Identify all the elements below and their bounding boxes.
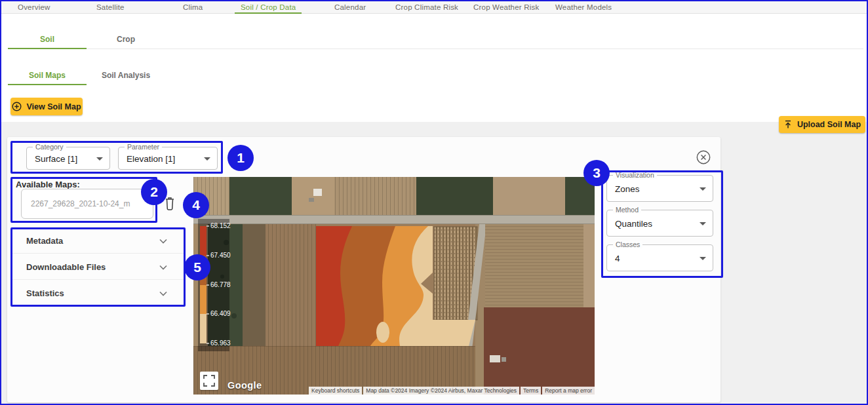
- annotation-circle-3: 3: [583, 160, 610, 186]
- nav-tab-overview[interactable]: Overview: [18, 3, 50, 11]
- nav-tab-crop-climate-risk[interactable]: Crop Climate Risk: [395, 3, 458, 11]
- classes-select[interactable]: Classes 4: [606, 244, 713, 271]
- visualization-select-value: Zones: [615, 183, 640, 193]
- upload-soil-map-label: Upload Soil Map: [797, 120, 861, 129]
- annotation-circle-1: 1: [227, 145, 254, 171]
- legend-value: 67.450: [210, 252, 231, 259]
- category-select-value: Surface [1]: [35, 153, 77, 163]
- accordion-metadata[interactable]: Metadata: [10, 227, 186, 254]
- map-legend: 68.152 67.450 66.778 66.409 65.963: [198, 219, 231, 351]
- available-maps-label: Available Maps:: [16, 180, 80, 189]
- chevron-down-icon: [700, 257, 706, 260]
- zone-cream-island: [376, 322, 389, 343]
- top-nav: Overview Satellite Clima Soil / Crop Dat…: [1, 1, 867, 14]
- plus-circle-icon: [12, 102, 22, 111]
- fullscreen-icon: [203, 375, 215, 387]
- method-select-label: Method: [613, 206, 641, 214]
- keyboard-shortcuts-link[interactable]: Keyboard shortcuts: [309, 387, 362, 395]
- available-maps-list: 2267_29628_2021-10-24_m: [21, 189, 153, 219]
- tab-soil-underline: [8, 48, 87, 50]
- classes-select-value: 4: [615, 253, 620, 263]
- close-icon: [696, 150, 711, 164]
- legend-value: 68.152: [210, 222, 231, 229]
- fullscreen-button[interactable]: [200, 372, 218, 390]
- terms-link[interactable]: Terms: [521, 387, 541, 395]
- parameter-select[interactable]: Parameter Elevation [1]: [118, 147, 218, 170]
- chevron-down-icon: [159, 287, 167, 299]
- visualization-select[interactable]: Visualization Zones: [606, 175, 713, 202]
- method-select[interactable]: Method Quantiles: [606, 210, 713, 237]
- chevron-down-icon: [700, 187, 706, 191]
- tabs-divider: [8, 48, 863, 49]
- chevron-down-icon: [204, 157, 210, 161]
- map-list-item[interactable]: 2267_29628_2021-10-24_m: [31, 199, 130, 208]
- map-attribution: Keyboard shortcuts Map data ©2024 Imager…: [309, 387, 595, 395]
- tab-soil-analysis[interactable]: Soil Analysis: [87, 71, 165, 80]
- soil-map-canvas[interactable]: 68.152 67.450 66.778 66.409 65.963 Googl…: [193, 177, 595, 395]
- category-select-label: Category: [33, 143, 66, 151]
- annotation-circle-4: 4: [183, 192, 209, 218]
- nav-tab-crop-weather-risk[interactable]: Crop Weather Risk: [473, 3, 539, 11]
- google-logo[interactable]: Google: [227, 380, 262, 391]
- nav-tab-calendar[interactable]: Calendar: [334, 3, 366, 11]
- satellite-map-graphic: 68.152 67.450 66.778 66.409 65.963: [193, 177, 595, 395]
- method-select-value: Quantiles: [615, 218, 652, 228]
- parameter-select-value: Elevation [1]: [127, 153, 175, 163]
- tab-soil-maps-underline: [8, 84, 87, 86]
- nav-tab-weather-models[interactable]: Weather Models: [555, 3, 612, 11]
- nav-tab-satellite[interactable]: Satellite: [96, 3, 125, 11]
- report-map-error-link[interactable]: Report a map error: [542, 387, 595, 395]
- app-window: Overview Satellite Clima Soil / Crop Dat…: [0, 0, 868, 405]
- chevron-down-icon: [700, 222, 706, 225]
- view-soil-map-button[interactable]: View Soil Map: [10, 98, 83, 115]
- close-viewer-button[interactable]: [696, 150, 711, 164]
- upload-icon: [783, 120, 793, 129]
- accordion-downloadable-files[interactable]: Downloadable Files: [10, 254, 186, 280]
- legend-value: 66.778: [210, 281, 231, 288]
- view-soil-map-label: View Soil Map: [26, 102, 81, 111]
- annotation-circle-5: 5: [184, 254, 210, 280]
- tab-soil-maps[interactable]: Soil Maps: [8, 71, 87, 80]
- classes-select-label: Classes: [613, 241, 642, 248]
- chevron-down-icon: [159, 235, 167, 246]
- details-accordion: Metadata Downloadable Files Statistics: [10, 227, 186, 306]
- category-select[interactable]: Category Surface [1]: [26, 147, 110, 170]
- tab-soil[interactable]: Soil: [8, 35, 87, 44]
- accordion-metadata-label: Metadata: [26, 236, 63, 246]
- tab-crop[interactable]: Crop: [87, 35, 165, 44]
- annotation-circle-2: 2: [141, 179, 167, 205]
- parameter-select-label: Parameter: [125, 143, 162, 151]
- accordion-statistics-label: Statistics: [26, 288, 64, 298]
- nav-tab-clima[interactable]: Clima: [183, 3, 203, 11]
- legend-value: 65.963: [210, 339, 231, 347]
- accordion-downloadable-files-label: Downloadable Files: [26, 261, 106, 271]
- chevron-down-icon: [96, 157, 103, 161]
- legend-value: 66.409: [210, 310, 231, 317]
- accordion-statistics[interactable]: Statistics: [10, 280, 186, 306]
- upload-soil-map-button[interactable]: Upload Soil Map: [779, 116, 865, 133]
- nav-tab-soil-crop-data[interactable]: Soil / Crop Data: [235, 3, 302, 14]
- map-data-text: Map data ©2024 Imagery ©2024 Airbus, Max…: [363, 387, 519, 395]
- chevron-down-icon: [159, 261, 167, 273]
- visualization-select-label: Visualization: [613, 171, 657, 179]
